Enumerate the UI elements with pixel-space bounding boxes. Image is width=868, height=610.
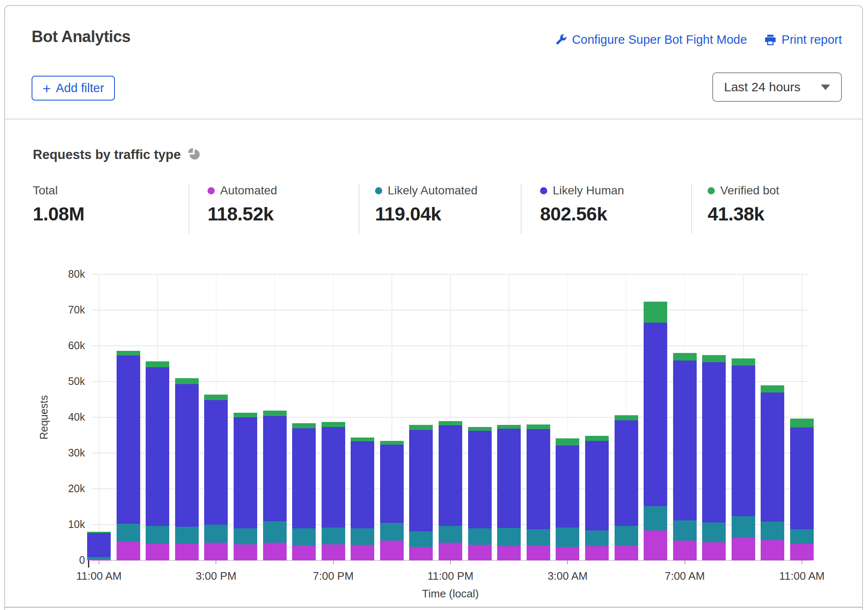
bar-segment-verified-bot[interactable]	[409, 425, 433, 430]
bar-segment-verified-bot[interactable]	[673, 353, 697, 361]
bar-segment-likely-automated[interactable]	[175, 527, 199, 544]
bar-segment-verified-bot[interactable]	[702, 355, 726, 362]
bar-segment-automated[interactable]	[497, 546, 521, 560]
bar-segment-likely-automated[interactable]	[263, 521, 287, 542]
bar-segment-likely-automated[interactable]	[380, 523, 404, 541]
bar-segment-automated[interactable]	[468, 545, 492, 560]
bar-segment-likely-human[interactable]	[644, 323, 667, 506]
bar-segment-automated[interactable]	[234, 544, 257, 560]
bar-segment-verified-bot[interactable]	[234, 413, 257, 417]
bar-segment-automated[interactable]	[585, 546, 609, 560]
bar-segment-likely-automated[interactable]	[732, 516, 755, 538]
print-report-link[interactable]: Print report	[764, 33, 842, 47]
bar-segment-likely-automated[interactable]	[644, 506, 667, 530]
bar-segment-likely-human[interactable]	[351, 441, 374, 528]
bar-segment-likely-automated[interactable]	[117, 524, 140, 542]
bar-segment-likely-automated[interactable]	[673, 520, 697, 541]
bar-segment-likely-human[interactable]	[146, 367, 169, 526]
bar-segment-automated[interactable]	[702, 542, 726, 560]
bar-segment-verified-bot[interactable]	[556, 438, 579, 446]
bar-segment-likely-automated[interactable]	[292, 528, 316, 546]
bar-segment-verified-bot[interactable]	[527, 424, 550, 429]
bar-segment-likely-human[interactable]	[439, 425, 462, 526]
bar-segment-verified-bot[interactable]	[117, 351, 140, 355]
bar-segment-likely-automated[interactable]	[527, 529, 550, 546]
bar-segment-verified-bot[interactable]	[87, 532, 111, 533]
bar-segment-likely-automated[interactable]	[761, 522, 784, 540]
bar-segment-likely-automated[interactable]	[497, 528, 521, 546]
bar-segment-verified-bot[interactable]	[468, 427, 492, 431]
bar-segment-automated[interactable]	[263, 543, 287, 561]
bar-segment-likely-human[interactable]	[673, 361, 697, 520]
bar-segment-likely-human[interactable]	[790, 427, 814, 529]
bar-segment-verified-bot[interactable]	[615, 415, 638, 420]
bar-segment-likely-human[interactable]	[409, 430, 433, 531]
bar-segment-verified-bot[interactable]	[175, 378, 199, 384]
bar-segment-likely-human[interactable]	[761, 393, 784, 522]
bar-segment-verified-bot[interactable]	[439, 421, 462, 425]
bar-segment-likely-automated[interactable]	[556, 528, 579, 547]
bar-segment-automated[interactable]	[117, 542, 140, 560]
bar-segment-automated[interactable]	[732, 538, 755, 560]
bar-segment-likely-human[interactable]	[702, 362, 726, 522]
bar-segment-verified-bot[interactable]	[351, 438, 374, 441]
bar-segment-likely-automated[interactable]	[351, 528, 374, 545]
bar-segment-likely-human[interactable]	[87, 533, 111, 557]
bar-segment-likely-human[interactable]	[322, 427, 345, 528]
bar-segment-likely-human[interactable]	[585, 441, 609, 530]
bar-segment-likely-automated[interactable]	[322, 528, 345, 544]
bar-segment-likely-human[interactable]	[234, 417, 257, 528]
bar-segment-likely-human[interactable]	[175, 384, 199, 527]
bar-segment-automated[interactable]	[380, 541, 404, 560]
stat-verified-bot[interactable]: Verified bot 41.38k	[708, 184, 779, 225]
stat-total[interactable]: Total 1.08M	[33, 184, 85, 225]
stat-likely-human[interactable]: Likely Human 802.56k	[540, 184, 624, 225]
bar-segment-verified-bot[interactable]	[761, 385, 784, 393]
bar-segment-likely-automated[interactable]	[790, 529, 814, 544]
bar-segment-automated[interactable]	[292, 545, 316, 560]
bar-segment-verified-bot[interactable]	[790, 419, 814, 427]
bar-segment-automated[interactable]	[175, 544, 199, 560]
bar-segment-likely-human[interactable]	[615, 420, 638, 526]
bar-segment-likely-automated[interactable]	[468, 528, 492, 544]
bar-segment-automated[interactable]	[527, 546, 550, 560]
bar-segment-verified-bot[interactable]	[732, 358, 755, 366]
bar-segment-automated[interactable]	[673, 541, 697, 560]
bar-segment-likely-human[interactable]	[527, 429, 550, 529]
bar-segment-verified-bot[interactable]	[146, 361, 169, 367]
add-filter-button[interactable]: + Add filter	[32, 76, 115, 101]
bar-segment-automated[interactable]	[644, 530, 667, 560]
bar-segment-likely-automated[interactable]	[204, 525, 228, 543]
configure-super-bot-fight-mode-link[interactable]: Configure Super Bot Fight Mode	[554, 33, 747, 47]
bar-segment-likely-automated[interactable]	[409, 531, 433, 547]
bar-segment-likely-human[interactable]	[497, 429, 521, 528]
bar-segment-likely-automated[interactable]	[615, 526, 638, 546]
bar-segment-automated[interactable]	[204, 543, 228, 560]
bar-segment-likely-automated[interactable]	[585, 530, 609, 546]
bar-segment-likely-automated[interactable]	[87, 557, 111, 559]
bar-segment-likely-human[interactable]	[292, 428, 316, 528]
time-range-select[interactable]: Last 24 hours	[712, 72, 842, 102]
bar-segment-verified-bot[interactable]	[497, 425, 521, 429]
bar-segment-verified-bot[interactable]	[204, 395, 228, 400]
bar-segment-verified-bot[interactable]	[292, 423, 316, 428]
bar-segment-verified-bot[interactable]	[322, 422, 345, 427]
bar-segment-automated[interactable]	[409, 547, 433, 560]
bar-segment-likely-automated[interactable]	[234, 528, 257, 544]
bar-segment-likely-human[interactable]	[732, 366, 755, 517]
bar-segment-verified-bot[interactable]	[380, 441, 404, 445]
bar-segment-likely-automated[interactable]	[146, 526, 169, 544]
stat-automated[interactable]: Automated 118.52k	[208, 184, 277, 225]
bar-segment-verified-bot[interactable]	[644, 302, 667, 323]
bar-segment-automated[interactable]	[351, 545, 374, 560]
bar-segment-verified-bot[interactable]	[585, 436, 609, 441]
bar-segment-likely-automated[interactable]	[702, 522, 726, 542]
bar-segment-automated[interactable]	[761, 540, 784, 560]
bar-segment-likely-human[interactable]	[204, 400, 228, 525]
bar-segment-automated[interactable]	[146, 544, 169, 560]
bar-segment-likely-human[interactable]	[468, 431, 492, 528]
stat-likely-automated[interactable]: Likely Automated 119.04k	[375, 184, 477, 225]
bar-segment-likely-human[interactable]	[380, 445, 404, 523]
bar-segment-likely-automated[interactable]	[439, 526, 462, 543]
bar-segment-likely-human[interactable]	[263, 416, 287, 521]
